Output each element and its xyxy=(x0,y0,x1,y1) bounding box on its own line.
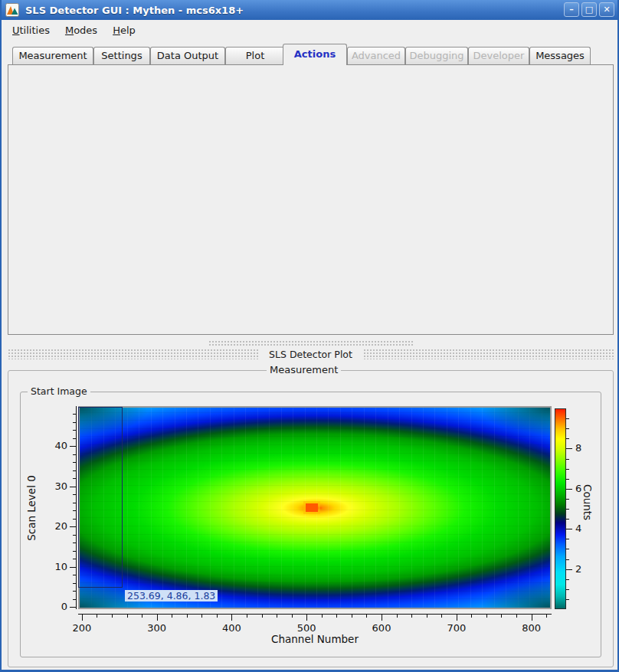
tick-label: 0 xyxy=(40,601,67,612)
tick-mark xyxy=(73,583,76,584)
tick-mark xyxy=(70,446,76,447)
tick-label: 500 xyxy=(287,622,326,634)
heatmap-peak-cell xyxy=(306,503,318,512)
tick-mark xyxy=(142,614,142,618)
tick-mark xyxy=(127,614,128,618)
tick-mark xyxy=(70,526,76,527)
tick-mark xyxy=(397,614,398,618)
cursor-readout: 253.69, 4.86, 1.83 xyxy=(125,590,218,602)
tab-settings[interactable]: Settings xyxy=(93,47,150,65)
tick-mark xyxy=(73,478,76,479)
window-title: SLS Detector GUI : Mythen - mcs6x18+ xyxy=(25,5,244,16)
tick-label: 200 xyxy=(63,622,101,634)
zoom-selection-rect[interactable] xyxy=(78,407,123,588)
tab-debugging[interactable]: Debugging xyxy=(405,47,468,65)
menu-modes[interactable]: Modes xyxy=(65,25,97,36)
plot-dock-title: SLS Detector Plot xyxy=(258,349,363,360)
tick-label: 700 xyxy=(437,622,476,634)
menubar: Utilities Modes Help xyxy=(2,20,617,40)
x-axis-title: Channel Number xyxy=(78,633,552,645)
tick-mark xyxy=(516,614,517,618)
tick-mark xyxy=(292,614,293,618)
tick-label: 8 xyxy=(575,442,581,454)
plot-dock-titlebar[interactable]: SLS Detector Plot xyxy=(8,349,614,359)
tick-mark xyxy=(566,519,569,520)
tick-mark xyxy=(187,614,188,618)
tick-mark xyxy=(70,607,76,608)
y-axis-title: Scan Level 0 xyxy=(25,458,38,558)
tick-mark xyxy=(566,579,569,580)
tick-mark xyxy=(70,487,76,487)
measurement-group-title: Measurement xyxy=(267,364,341,375)
tick-mark xyxy=(566,529,572,529)
tick-mark xyxy=(73,454,76,455)
tab-developer[interactable]: Developer xyxy=(468,47,529,65)
tick-label: 400 xyxy=(212,622,251,634)
close-button[interactable]: ✕ xyxy=(599,2,614,17)
tick-mark xyxy=(566,599,569,600)
tick-mark xyxy=(73,510,76,511)
tick-mark xyxy=(82,614,83,621)
tick-label: 600 xyxy=(362,622,401,634)
tick-mark xyxy=(566,559,569,560)
tick-mark xyxy=(73,591,76,592)
tick-mark xyxy=(566,479,569,480)
tick-label: 300 xyxy=(138,622,176,634)
tick-label: 2 xyxy=(575,563,581,575)
tick-mark xyxy=(457,614,457,621)
tick-mark xyxy=(441,614,442,618)
tick-label: 30 xyxy=(40,480,67,492)
menu-help[interactable]: Help xyxy=(113,25,136,36)
tick-mark xyxy=(566,438,569,439)
tick-mark xyxy=(566,499,569,500)
tab-plot[interactable]: Plot xyxy=(225,47,285,65)
tick-mark xyxy=(231,614,232,621)
actions-panel xyxy=(8,64,614,335)
tick-mark xyxy=(566,459,569,460)
tick-mark xyxy=(336,614,337,618)
tick-label: 10 xyxy=(40,561,67,572)
tick-mark xyxy=(352,614,352,618)
tab-advanced[interactable]: Advanced xyxy=(347,47,405,65)
tick-mark xyxy=(546,614,547,618)
tick-mark xyxy=(73,551,76,552)
y-axis-line xyxy=(76,406,77,609)
colorbar xyxy=(555,408,566,609)
tick-mark xyxy=(322,614,323,618)
tick-mark xyxy=(427,614,427,618)
tick-mark xyxy=(566,448,572,449)
splitter-handle[interactable] xyxy=(208,340,414,346)
tick-mark xyxy=(566,509,569,510)
tick-label: 40 xyxy=(40,440,67,451)
tick-mark xyxy=(366,614,367,618)
tick-mark xyxy=(73,494,76,495)
tab-messages[interactable]: Messages xyxy=(529,47,591,65)
tick-mark xyxy=(566,418,569,419)
minimize-button[interactable]: – xyxy=(564,2,579,17)
tick-mark xyxy=(566,589,569,590)
tab-actions[interactable]: Actions xyxy=(283,44,347,65)
tick-mark xyxy=(566,469,569,470)
colorbar-title: Counts xyxy=(581,484,594,520)
application-window: SLS Detector GUI : Mythen - mcs6x18+ – □… xyxy=(0,0,619,672)
tick-mark xyxy=(70,567,76,568)
tick-mark xyxy=(566,428,569,429)
tick-mark xyxy=(382,614,382,621)
menu-utilities[interactable]: Utilities xyxy=(12,25,50,36)
tick-label: 20 xyxy=(40,520,67,532)
tick-mark xyxy=(471,614,472,618)
tick-mark xyxy=(566,569,572,570)
tick-mark xyxy=(97,614,97,618)
tick-mark xyxy=(73,438,76,439)
tab-data-output[interactable]: Data Output xyxy=(150,47,225,65)
tick-mark xyxy=(157,614,158,621)
titlebar[interactable]: SLS Detector GUI : Mythen - mcs6x18+ – □… xyxy=(2,0,617,20)
tick-mark xyxy=(566,489,572,490)
tab-measurement[interactable]: Measurement xyxy=(12,47,93,65)
tick-mark xyxy=(73,462,76,463)
tick-mark xyxy=(247,614,247,618)
tick-mark xyxy=(73,519,76,520)
tick-mark xyxy=(73,535,76,536)
maximize-button[interactable]: □ xyxy=(581,2,597,17)
tick-mark xyxy=(201,614,202,618)
